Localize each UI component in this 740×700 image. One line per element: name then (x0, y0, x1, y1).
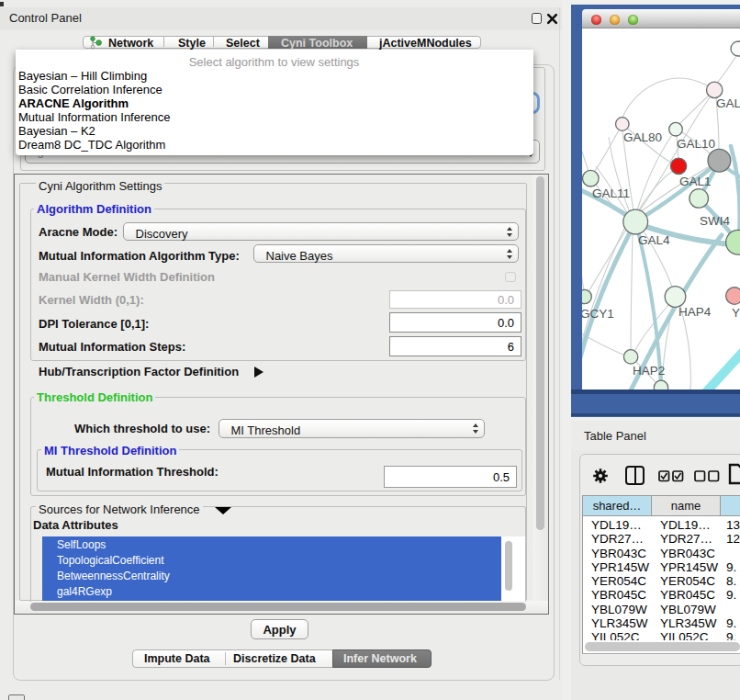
svg-text:GAL10: GAL10 (677, 137, 715, 151)
svg-text:HAP4: HAP4 (678, 305, 712, 319)
svg-text:GAL11: GAL11 (592, 186, 630, 200)
svg-text:GAL: GAL (716, 96, 740, 110)
svg-text:GCY1: GCY1 (582, 307, 614, 321)
svg-text:GAL4: GAL4 (638, 233, 670, 247)
svg-text:Y: Y (732, 306, 740, 320)
svg-text:HAP2: HAP2 (633, 364, 665, 378)
svg-text:SWI4: SWI4 (700, 214, 730, 228)
svg-text:GAL1: GAL1 (679, 175, 712, 188)
svg-text:GAL80: GAL80 (623, 130, 662, 144)
